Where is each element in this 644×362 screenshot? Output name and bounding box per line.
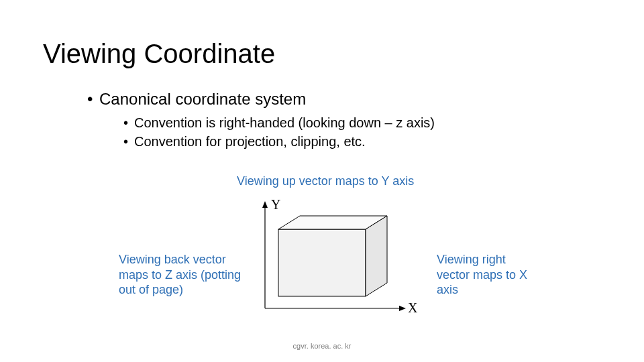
bullet-dot-icon: • xyxy=(123,115,128,131)
bullet-level-2: • Convention is right-handed (looking do… xyxy=(134,115,435,131)
bullet-dot-icon: • xyxy=(123,134,128,149)
footer-text: cgvr. korea. ac. kr xyxy=(0,342,644,350)
bullet-text: Canonical coordinate system xyxy=(99,90,306,108)
bullet-dot-icon: • xyxy=(87,90,93,109)
slide: Viewing Coordinate • Canonical coordinat… xyxy=(0,0,644,362)
bullet-level-2: • Convention for projection, clipping, e… xyxy=(134,134,366,149)
annotation-up-vector: Viewing up vector maps to Y axis xyxy=(237,174,414,188)
annotation-back-vector: Viewing back vector maps to Z axis (pott… xyxy=(119,252,246,298)
svg-marker-6 xyxy=(366,216,387,296)
bullet-text: Convention is right-handed (looking down… xyxy=(134,115,435,130)
svg-rect-4 xyxy=(278,229,366,296)
coordinate-diagram xyxy=(258,201,413,315)
bullet-text: Convention for projection, clipping, etc… xyxy=(134,134,366,149)
slide-title: Viewing Coordinate xyxy=(43,39,275,69)
annotation-right-vector: Viewing right vector maps to X axis xyxy=(437,252,531,298)
x-axis-label: X xyxy=(408,300,417,316)
svg-marker-3 xyxy=(399,306,406,311)
svg-marker-1 xyxy=(262,201,268,208)
bullet-level-1: • Canonical coordinate system xyxy=(99,90,306,109)
